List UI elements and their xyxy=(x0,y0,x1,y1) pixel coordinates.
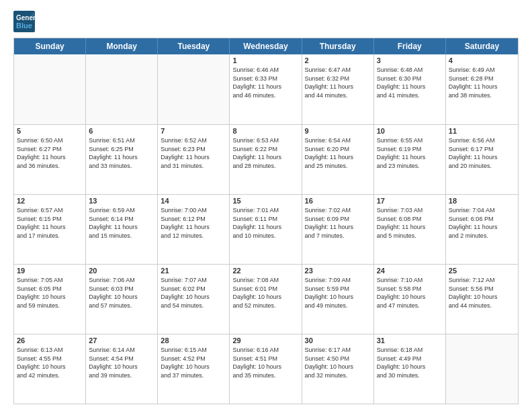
day-info: Sunrise: 6:48 AM Sunset: 6:30 PM Dayligh… xyxy=(377,66,443,99)
day-cell-30: 30Sunrise: 6:17 AM Sunset: 4:50 PM Dayli… xyxy=(302,334,374,404)
day-number: 9 xyxy=(305,127,371,135)
day-cell-25: 25Sunrise: 7:12 AM Sunset: 5:56 PM Dayli… xyxy=(446,265,518,334)
header-cell-monday: Monday xyxy=(86,38,158,54)
day-number: 18 xyxy=(449,197,515,205)
day-cell-18: 18Sunrise: 7:04 AM Sunset: 6:06 PM Dayli… xyxy=(446,195,518,264)
day-cell-29: 29Sunrise: 6:16 AM Sunset: 4:51 PM Dayli… xyxy=(230,334,302,404)
header-cell-sunday: Sunday xyxy=(14,38,86,54)
day-info: Sunrise: 7:01 AM Sunset: 6:11 PM Dayligh… xyxy=(232,206,298,240)
day-info: Sunrise: 7:00 AM Sunset: 6:12 PM Dayligh… xyxy=(161,206,226,240)
day-number: 4 xyxy=(449,56,515,64)
day-cell-1: 1Sunrise: 6:46 AM Sunset: 6:33 PM Daylig… xyxy=(230,54,302,124)
day-number: 28 xyxy=(161,336,226,345)
day-cell-12: 12Sunrise: 6:57 AM Sunset: 6:15 PM Dayli… xyxy=(14,195,86,264)
day-number: 25 xyxy=(449,267,515,275)
calendar-body: 1Sunrise: 6:46 AM Sunset: 6:33 PM Daylig… xyxy=(14,54,518,404)
day-cell-11: 11Sunrise: 6:56 AM Sunset: 6:17 PM Dayli… xyxy=(446,125,518,194)
day-number: 24 xyxy=(377,267,443,275)
calendar-week-2: 5Sunrise: 6:50 AM Sunset: 6:27 PM Daylig… xyxy=(14,124,518,194)
day-cell-15: 15Sunrise: 7:01 AM Sunset: 6:11 PM Dayli… xyxy=(230,195,302,264)
day-info: Sunrise: 6:15 AM Sunset: 4:52 PM Dayligh… xyxy=(161,346,226,379)
day-number: 16 xyxy=(305,197,371,205)
day-number: 7 xyxy=(161,127,226,135)
day-info: Sunrise: 6:49 AM Sunset: 6:28 PM Dayligh… xyxy=(449,66,515,99)
calendar-week-3: 12Sunrise: 6:57 AM Sunset: 6:15 PM Dayli… xyxy=(14,194,518,264)
day-info: Sunrise: 6:53 AM Sunset: 6:22 PM Dayligh… xyxy=(232,136,298,170)
day-number: 21 xyxy=(161,267,226,275)
day-number: 20 xyxy=(89,267,154,275)
day-number: 17 xyxy=(377,197,443,205)
day-cell-27: 27Sunrise: 6:14 AM Sunset: 4:54 PM Dayli… xyxy=(86,334,158,404)
day-cell-13: 13Sunrise: 6:59 AM Sunset: 6:14 PM Dayli… xyxy=(86,195,158,264)
empty-cell xyxy=(14,54,86,124)
day-number: 30 xyxy=(305,336,371,345)
day-number: 11 xyxy=(449,127,515,135)
day-number: 26 xyxy=(17,336,83,345)
day-info: Sunrise: 6:57 AM Sunset: 6:15 PM Dayligh… xyxy=(17,206,83,240)
header-cell-saturday: Saturday xyxy=(446,38,518,54)
empty-cell xyxy=(446,334,518,404)
day-info: Sunrise: 6:13 AM Sunset: 4:55 PM Dayligh… xyxy=(17,346,83,379)
day-cell-23: 23Sunrise: 7:09 AM Sunset: 5:59 PM Dayli… xyxy=(302,265,374,334)
day-cell-22: 22Sunrise: 7:08 AM Sunset: 6:01 PM Dayli… xyxy=(230,265,302,334)
day-number: 10 xyxy=(377,127,443,135)
day-cell-9: 9Sunrise: 6:54 AM Sunset: 6:20 PM Daylig… xyxy=(302,125,374,194)
day-info: Sunrise: 7:12 AM Sunset: 5:56 PM Dayligh… xyxy=(449,276,515,310)
day-cell-26: 26Sunrise: 6:13 AM Sunset: 4:55 PM Dayli… xyxy=(14,334,86,404)
calendar-week-5: 26Sunrise: 6:13 AM Sunset: 4:55 PM Dayli… xyxy=(14,334,518,404)
day-info: Sunrise: 7:09 AM Sunset: 5:59 PM Dayligh… xyxy=(305,276,371,310)
svg-text:Blue: Blue xyxy=(16,21,32,30)
day-info: Sunrise: 7:02 AM Sunset: 6:09 PM Dayligh… xyxy=(305,206,371,240)
day-number: 12 xyxy=(17,197,83,205)
day-info: Sunrise: 6:50 AM Sunset: 6:27 PM Dayligh… xyxy=(17,136,83,170)
header-cell-tuesday: Tuesday xyxy=(158,38,230,54)
day-info: Sunrise: 6:51 AM Sunset: 6:25 PM Dayligh… xyxy=(89,136,154,170)
day-cell-16: 16Sunrise: 7:02 AM Sunset: 6:09 PM Dayli… xyxy=(302,195,374,264)
day-info: Sunrise: 6:18 AM Sunset: 4:49 PM Dayligh… xyxy=(377,346,443,379)
day-cell-6: 6Sunrise: 6:51 AM Sunset: 6:25 PM Daylig… xyxy=(86,125,158,194)
day-number: 27 xyxy=(89,336,154,345)
day-cell-7: 7Sunrise: 6:52 AM Sunset: 6:23 PM Daylig… xyxy=(158,125,230,194)
day-cell-24: 24Sunrise: 7:10 AM Sunset: 5:58 PM Dayli… xyxy=(374,265,446,334)
day-cell-17: 17Sunrise: 7:03 AM Sunset: 6:08 PM Dayli… xyxy=(374,195,446,264)
day-info: Sunrise: 6:17 AM Sunset: 4:50 PM Dayligh… xyxy=(305,346,371,379)
page-header: General Blue xyxy=(13,11,519,32)
logo: General Blue xyxy=(13,11,35,32)
day-info: Sunrise: 6:16 AM Sunset: 4:51 PM Dayligh… xyxy=(232,346,298,379)
day-info: Sunrise: 6:59 AM Sunset: 6:14 PM Dayligh… xyxy=(89,206,154,240)
header-cell-thursday: Thursday xyxy=(302,38,374,54)
day-info: Sunrise: 7:07 AM Sunset: 6:02 PM Dayligh… xyxy=(161,276,226,310)
day-cell-14: 14Sunrise: 7:00 AM Sunset: 6:12 PM Dayli… xyxy=(158,195,230,264)
day-info: Sunrise: 7:06 AM Sunset: 6:03 PM Dayligh… xyxy=(89,276,154,310)
day-cell-20: 20Sunrise: 7:06 AM Sunset: 6:03 PM Dayli… xyxy=(86,265,158,334)
day-number: 29 xyxy=(232,336,298,345)
calendar: SundayMondayTuesdayWednesdayThursdayFrid… xyxy=(13,38,519,404)
day-number: 1 xyxy=(232,56,298,64)
day-cell-5: 5Sunrise: 6:50 AM Sunset: 6:27 PM Daylig… xyxy=(14,125,86,194)
day-number: 2 xyxy=(305,56,371,64)
day-info: Sunrise: 7:08 AM Sunset: 6:01 PM Dayligh… xyxy=(232,276,298,310)
day-info: Sunrise: 7:10 AM Sunset: 5:58 PM Dayligh… xyxy=(377,276,443,310)
day-info: Sunrise: 6:55 AM Sunset: 6:19 PM Dayligh… xyxy=(377,136,443,170)
day-number: 5 xyxy=(17,127,83,135)
day-number: 15 xyxy=(232,197,298,205)
header-cell-wednesday: Wednesday xyxy=(230,38,302,54)
day-info: Sunrise: 6:52 AM Sunset: 6:23 PM Dayligh… xyxy=(161,136,226,170)
day-cell-31: 31Sunrise: 6:18 AM Sunset: 4:49 PM Dayli… xyxy=(374,334,446,404)
day-number: 8 xyxy=(232,127,298,135)
logo-icon: General Blue xyxy=(13,11,35,32)
day-cell-28: 28Sunrise: 6:15 AM Sunset: 4:52 PM Dayli… xyxy=(158,334,230,404)
calendar-week-1: 1Sunrise: 6:46 AM Sunset: 6:33 PM Daylig… xyxy=(14,54,518,124)
day-number: 19 xyxy=(17,267,83,275)
day-number: 6 xyxy=(89,127,154,135)
day-cell-2: 2Sunrise: 6:47 AM Sunset: 6:32 PM Daylig… xyxy=(302,54,374,124)
day-info: Sunrise: 6:47 AM Sunset: 6:32 PM Dayligh… xyxy=(305,66,371,99)
day-cell-19: 19Sunrise: 7:05 AM Sunset: 6:05 PM Dayli… xyxy=(14,265,86,334)
day-cell-8: 8Sunrise: 6:53 AM Sunset: 6:22 PM Daylig… xyxy=(230,125,302,194)
day-info: Sunrise: 6:14 AM Sunset: 4:54 PM Dayligh… xyxy=(89,346,154,379)
empty-cell xyxy=(86,54,158,124)
day-info: Sunrise: 7:04 AM Sunset: 6:06 PM Dayligh… xyxy=(449,206,515,240)
day-cell-4: 4Sunrise: 6:49 AM Sunset: 6:28 PM Daylig… xyxy=(446,54,518,124)
calendar-header: SundayMondayTuesdayWednesdayThursdayFrid… xyxy=(14,38,518,54)
day-cell-10: 10Sunrise: 6:55 AM Sunset: 6:19 PM Dayli… xyxy=(374,125,446,194)
